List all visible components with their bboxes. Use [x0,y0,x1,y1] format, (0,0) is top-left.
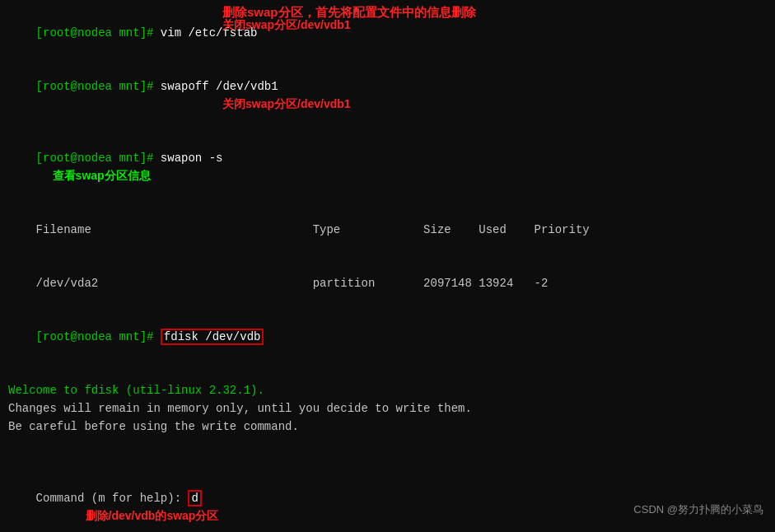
annotation-close-swap: 关闭swap分区/dev/vdb1 [222,96,351,114]
terminal: 删除swap分区，首先将配置文件中的信息删除 [root@nodea mnt]#… [0,0,775,532]
prompt-3: [root@nodea mnt]# [36,152,161,165]
csdn-watermark: CSDN @努力扑腾的小菜鸟 [633,502,763,517]
line-2: [root@nodea mnt]# swapoff /dev/vdb1 关闭sw… [8,60,767,132]
cmd-3: swapon -s [161,152,223,165]
swapon-header: Filename Type Size Used Priority [8,204,767,258]
prompt-fdisk: [root@nodea mnt]# [36,330,161,343]
annotation-check-swap: 查看swap分区信息 [53,169,151,182]
input-d: d [188,490,201,506]
blank-1 [8,365,767,383]
fdisk-welcome: Welcome to fdisk (util-linux 2.32.1). [8,382,767,400]
cmd-fdisk: fdisk /dev/vdb [161,329,264,345]
cmd-2: swapoff /dev/vdb1 [161,80,278,93]
prompt-1: [root@nodea mnt]# [36,26,161,40]
annotation-delete-vdb: 删除/dev/vdb的swap分区 [86,509,219,522]
line-fdisk: [root@nodea mnt]# fdisk /dev/vdb [8,311,767,365]
blank-2 [8,436,767,455]
fdisk-note-1: Changes will remain in memory only, unti… [8,400,767,418]
fdisk-note-2: Be careful before using the write comman… [8,418,767,436]
blank-3 [8,454,767,472]
line-3: [root@nodea mnt]# swapon -s 查看swap分区信息 [8,132,767,204]
annotation-close-swap-abs: 关闭swap分区/dev/vdb1 [222,18,351,33]
prompt-2: [root@nodea mnt]# [36,80,161,93]
swapon-data: /dev/vda2 partition 2097148 13924 -2 [8,258,767,311]
